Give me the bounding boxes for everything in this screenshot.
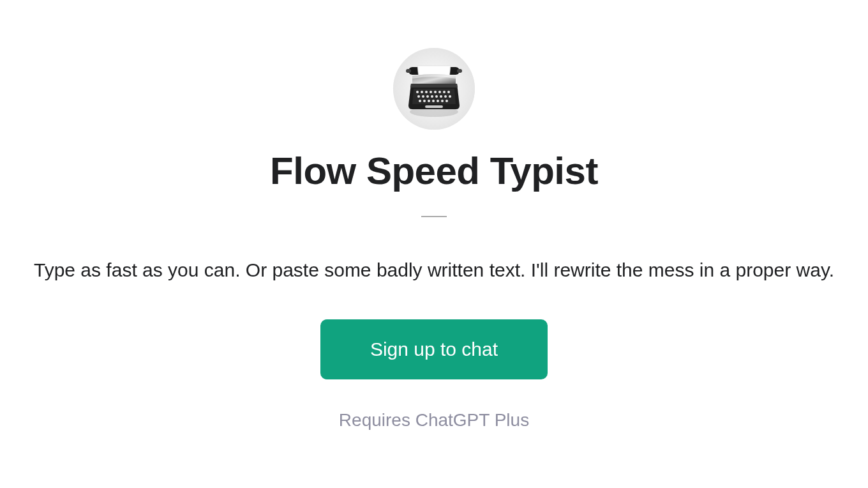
svg-point-26 [441,100,444,102]
requirement-text: Requires ChatGPT Plus [339,410,529,431]
svg-point-13 [417,95,420,98]
svg-point-8 [430,91,432,93]
signup-button[interactable]: Sign up to chat [320,319,548,379]
svg-point-23 [428,100,430,102]
svg-point-5 [416,91,419,93]
svg-point-6 [421,91,423,93]
svg-point-21 [419,100,421,102]
svg-point-22 [423,100,426,102]
app-avatar [393,48,475,130]
svg-point-9 [434,91,437,93]
svg-point-7 [425,91,428,93]
divider [421,216,447,217]
svg-point-12 [447,91,450,93]
typewriter-icon [393,48,475,130]
app-title: Flow Speed Typist [270,149,598,193]
svg-point-19 [444,95,447,98]
svg-point-14 [422,95,424,98]
svg-point-15 [426,95,429,98]
svg-point-17 [435,95,438,98]
svg-point-18 [440,95,442,98]
svg-rect-3 [406,69,411,73]
svg-point-10 [438,91,441,93]
svg-point-27 [445,100,448,102]
svg-point-16 [431,95,433,98]
svg-point-20 [449,95,451,98]
svg-point-25 [437,100,439,102]
svg-point-24 [432,100,435,102]
svg-rect-4 [457,69,462,73]
app-description: Type as fast as you can. Or paste some b… [34,257,834,284]
svg-rect-28 [425,105,443,108]
svg-point-11 [443,91,445,93]
